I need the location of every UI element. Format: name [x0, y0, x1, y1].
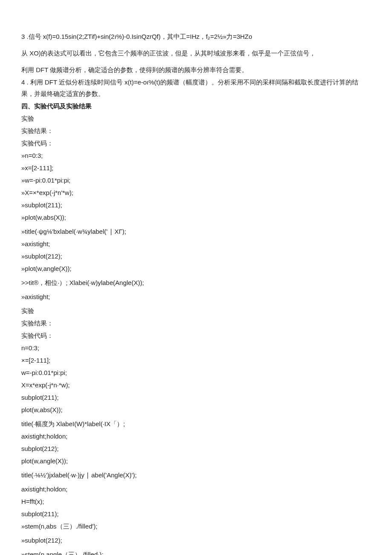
text-line: axistight;holdon;: [21, 430, 371, 442]
text-line: 实验代码：: [21, 137, 371, 149]
text-line: »stem(n,angle（三）./filled·);: [21, 549, 371, 555]
text-line: »plot(w,abs(X));: [21, 212, 371, 223]
text-line: 3 .信号 x(f)=0.15sin(2;ZTif)+sin(2ı%)-0.Is…: [21, 31, 371, 42]
text-line: »subplot(212);: [21, 250, 371, 262]
text-line: 从 XO)的表达式可以看出，它包含三个频率的正弦波，但是，从其时域波形来看，似乎…: [21, 47, 371, 59]
text-line: »axistight;: [21, 238, 371, 250]
text-line: »subplot(212);: [21, 535, 371, 546]
text-line: title(·幅度为 XlabeI(W)*label(·IX「）;: [21, 418, 371, 430]
text-line: »title(·ψg⅛'bxlabel(·w¾ylabel(' ∣ XΓ);: [21, 226, 371, 237]
text-line: 四、实验代码及实验结果: [21, 100, 371, 112]
text-line: >>tit®，相位·）; Xlabei(·w)ylabe(Angle(X));: [21, 277, 371, 288]
text-line: plot(w,abs(X));: [21, 404, 371, 416]
text-line: »w=-pi:0.01*pi:pi;: [21, 174, 371, 186]
text-line: 4 . 利用 DFT 近似分析连续时间信号 x(t)=e-oı%(t)的频谱（幅…: [21, 76, 371, 99]
text-line: subplot(211);: [21, 508, 371, 520]
text-line: 实验: [21, 305, 371, 317]
text-line: plot(w,angle(X));: [21, 455, 371, 467]
text-line: 实验结果：: [21, 317, 371, 329]
text-line: »subplot(211);: [21, 199, 371, 211]
text-line: subplot(211);: [21, 392, 371, 403]
text-line: 实验代码：: [21, 330, 371, 341]
text-line: »n=0:3;: [21, 150, 371, 161]
document-body: 3 .信号 x(f)=0.15sin(2;ZTif)+sin(2ı%)-0.Is…: [21, 31, 371, 555]
text-line: title(·⅛½')jxlabel(·w·)jy ∣ abel('Angle(…: [21, 469, 371, 481]
text-line: n=0:3;: [21, 342, 371, 354]
text-line: w=-pi:0.01*pi:pi;: [21, 367, 371, 378]
text-line: »X=×*exp(-j*n'*w);: [21, 187, 371, 198]
text-line: X=x*exp(-j*n·*w);: [21, 379, 371, 391]
text-line: 实验: [21, 113, 371, 124]
text-line: 实验结果：: [21, 125, 371, 137]
text-line: 利用 DFT 做频谱分析，确定适合的参数，使得到的频谱的频率分辨率符合需要。: [21, 64, 371, 76]
text-line: »stem(n,abs（三）./filled');: [21, 520, 371, 532]
text-line: H=fft(x);: [21, 496, 371, 507]
text-line: ×=[2-111];: [21, 355, 371, 366]
text-line: »x=[2-111];: [21, 162, 371, 174]
text-line: axistight;holdon;: [21, 483, 371, 495]
text-line: subplot(212);: [21, 443, 371, 454]
text-line: »axistight;: [21, 291, 371, 302]
text-line: »plot(w,angle(X));: [21, 263, 371, 274]
